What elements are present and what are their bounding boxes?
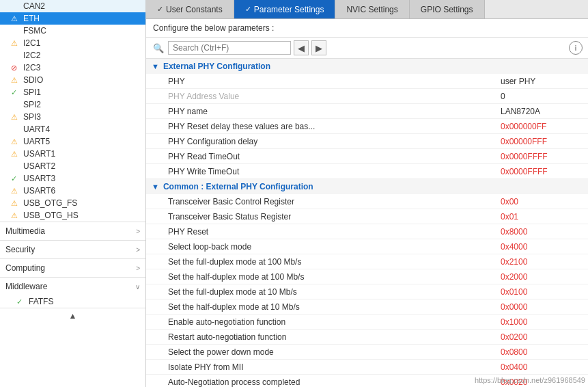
param-row[interactable]: PHY Reset delay these values are bas...0… <box>146 119 588 134</box>
sidebar-item-fsmc[interactable]: FSMC <box>0 25 145 37</box>
sidebar: CAN2⚠ETH FSMC⚠I2C1 I2C2⊘I2C3⚠SDIO✓SPI1 S… <box>0 0 146 387</box>
sidebar-item-i2c2[interactable]: I2C2 <box>0 49 145 62</box>
sidebar-item-usart2[interactable]: USART2 <box>0 160 145 172</box>
tab-nvic-settings[interactable]: NVIC Settings <box>335 0 409 18</box>
sidebar-item-i2c3[interactable]: ⊘I2C3 <box>0 62 145 74</box>
sidebar-item-i2c1[interactable]: ⚠I2C1 <box>0 37 145 49</box>
param-row[interactable]: PHY Reset0x8000 <box>146 224 588 239</box>
tab-check-icon: ✓ <box>157 5 163 14</box>
prev-nav-button[interactable]: ◀ <box>294 40 309 55</box>
sidebar-item-label: USB_OTG_FS <box>23 198 77 208</box>
category-label: Computing <box>5 263 45 273</box>
param-name: PHY name <box>168 107 501 116</box>
chevron-icon: > <box>136 246 140 254</box>
sidebar-item-spi1[interactable]: ✓SPI1 <box>0 86 145 98</box>
sidebar-category-security[interactable]: Security> <box>0 240 145 258</box>
param-row[interactable]: Transceiver Basic Status Register0x01 <box>146 209 588 224</box>
configure-bar: Configure the below parameters : <box>146 19 588 38</box>
param-row[interactable]: Transceiver Basic Control Register0x00 <box>146 194 588 209</box>
sidebar-category-middleware[interactable]: Middleware∨ <box>0 277 145 295</box>
param-value: user PHY <box>501 77 583 86</box>
param-value: LAN8720A <box>501 107 583 116</box>
param-row[interactable]: Auto-Negotiation process completed0x0020 <box>146 375 588 387</box>
sidebar-item-label: CAN2 <box>23 1 45 11</box>
tab-label: User Constants <box>166 5 223 14</box>
param-row[interactable]: Set the full-duplex mode at 10 Mb/s0x010… <box>146 284 588 299</box>
tab-gpio-settings[interactable]: GPIO Settings <box>410 0 485 18</box>
search-bar: 🔍 ◀ ▶ i <box>146 38 588 59</box>
section-header-1[interactable]: ▼Common : External PHY Configuration <box>146 179 588 194</box>
param-name: Enable auto-negotiation function <box>168 317 501 327</box>
chevron-icon: ∨ <box>135 283 140 291</box>
sidebar-item-can2[interactable]: CAN2 <box>0 0 145 12</box>
search-input[interactable] <box>168 41 291 55</box>
param-name: PHY Address Value <box>168 92 501 101</box>
param-value: 0x00000FFF <box>501 137 583 146</box>
sidebar-category-computing[interactable]: Computing> <box>0 258 145 277</box>
param-name: PHY Reset delay these values are bas... <box>168 122 501 131</box>
sidebar-item-label: SPI2 <box>23 100 41 109</box>
sidebar-item-usb-otg-hs[interactable]: ⚠USB_OTG_HS <box>0 209 145 222</box>
param-name: PHY Write TimeOut <box>168 167 501 176</box>
param-value: 0x000000FF <box>501 122 583 131</box>
param-value: 0x01 <box>501 212 583 222</box>
tab-label: NVIC Settings <box>346 5 397 14</box>
sidebar-item-label: I2C3 <box>23 63 40 72</box>
param-row[interactable]: PHY nameLAN8720A <box>146 104 588 119</box>
configure-text: Configure the below parameters : <box>153 23 274 33</box>
scroll-up-button[interactable]: ▲ <box>64 310 83 322</box>
sidebar-item-label: USB_OTG_HS <box>23 211 79 220</box>
sidebar-item-sdio[interactable]: ⚠SDIO <box>0 74 145 86</box>
param-row[interactable]: Set the full-duplex mode at 100 Mb/s0x21… <box>146 254 588 269</box>
param-row[interactable]: Select the power down mode0x0800 <box>146 345 588 360</box>
sidebar-item-fatfs[interactable]: ✓FATFS <box>0 295 145 308</box>
sidebar-item-spi2[interactable]: SPI2 <box>0 98 145 111</box>
param-name: Isolate PHY from MII <box>168 362 501 372</box>
search-icon: 🔍 <box>152 41 165 55</box>
param-value: 0x0800 <box>501 347 583 357</box>
next-nav-button[interactable]: ▶ <box>311 40 326 55</box>
param-row[interactable]: PHY Write TimeOut0x0000FFFF <box>146 164 588 179</box>
param-row[interactable]: Select loop-back mode0x4000 <box>146 239 588 254</box>
category-label: Security <box>5 245 35 254</box>
sidebar-item-usart1[interactable]: ⚠USART1 <box>0 148 145 160</box>
param-row[interactable]: PHY Address Value0 <box>146 89 588 104</box>
param-row[interactable]: PHYuser PHY <box>146 74 588 89</box>
sidebar-item-label: I2C2 <box>23 51 40 60</box>
param-name: PHY Reset <box>168 227 501 237</box>
sidebar-item-usart3[interactable]: ✓USART3 <box>0 172 145 185</box>
sidebar-item-label: USART1 <box>23 149 55 159</box>
tab-check-icon: ✓ <box>245 5 251 14</box>
param-value: 0x2100 <box>501 257 583 267</box>
sidebar-item-spi3[interactable]: ⚠SPI3 <box>0 111 145 123</box>
tab-label: GPIO Settings <box>421 5 473 14</box>
sidebar-item-label: ETH <box>23 14 40 23</box>
tab-user-constants[interactable]: ✓User Constants <box>146 0 234 18</box>
section-header-0[interactable]: ▼External PHY Configuration <box>146 59 588 74</box>
param-row[interactable]: Isolate PHY from MII0x0400 <box>146 360 588 375</box>
sidebar-list: CAN2⚠ETH FSMC⚠I2C1 I2C2⊘I2C3⚠SDIO✓SPI1 S… <box>0 0 145 387</box>
info-icon[interactable]: i <box>569 41 583 55</box>
category-label: Middleware <box>5 282 47 291</box>
param-value: 0 <box>501 92 583 101</box>
sidebar-item-label: SPI1 <box>23 88 41 97</box>
param-row[interactable]: PHY Read TimeOut0x0000FFFF <box>146 149 588 164</box>
sidebar-category-multimedia[interactable]: Multimedia> <box>0 222 145 240</box>
param-name: PHY Configuration delay <box>168 137 501 146</box>
collapse-icon: ▼ <box>152 62 159 70</box>
sidebar-item-eth[interactable]: ⚠ETH <box>0 12 145 25</box>
tab-parameter-settings[interactable]: ✓Parameter Settings <box>234 0 336 18</box>
param-row[interactable]: Set the half-duplex mode at 100 Mb/s0x20… <box>146 269 588 284</box>
param-row[interactable]: Set the half-duplex mode at 10 Mb/s0x000… <box>146 299 588 315</box>
param-row[interactable]: PHY Configuration delay0x00000FFF <box>146 134 588 149</box>
param-value: 0x0000FFFF <box>501 152 583 161</box>
param-name: PHY Read TimeOut <box>168 152 501 161</box>
main-panel: ✓User Constants✓Parameter SettingsNVIC S… <box>146 0 588 387</box>
param-row[interactable]: Enable auto-negotiation function0x1000 <box>146 315 588 330</box>
sidebar-item-uart4[interactable]: UART4 <box>0 123 145 135</box>
sidebar-item-usart6[interactable]: ⚠USART6 <box>0 185 145 197</box>
sidebar-item-usb-otg-fs[interactable]: ⚠USB_OTG_FS <box>0 197 145 209</box>
param-value: 0x0020 <box>501 377 583 387</box>
param-row[interactable]: Restart auto-negotiation function0x0200 <box>146 330 588 345</box>
sidebar-item-uart5[interactable]: ⚠UART5 <box>0 135 145 148</box>
